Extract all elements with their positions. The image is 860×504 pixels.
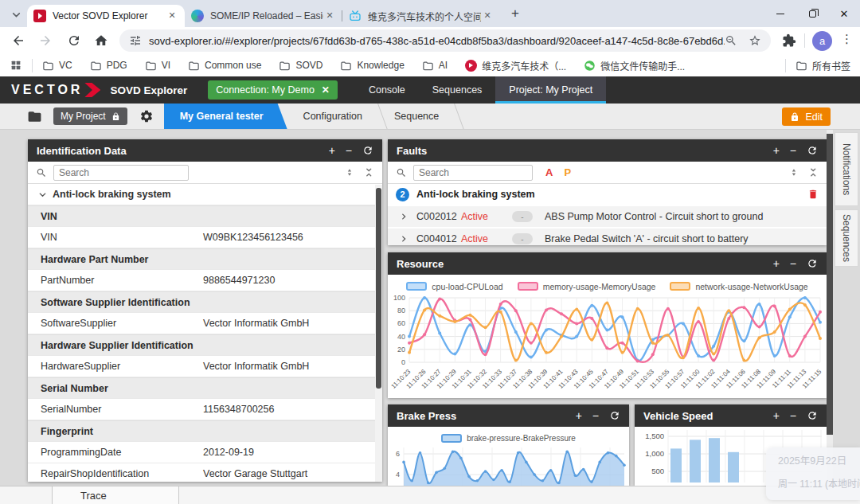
bookmark-sovd[interactable]: SOVD [279,60,322,72]
fault-row-C002012[interactable]: C002012Active-ABS Pump Motor Control - C… [388,206,827,227]
legend-item[interactable]: network-usage-NetworkUsage [670,282,807,291]
chevron-right-icon[interactable] [400,235,408,243]
filter-active-toggle[interactable]: A [545,166,553,178]
extensions-icon[interactable] [782,33,796,48]
site-settings-icon[interactable] [129,34,142,47]
legend-item[interactable]: cpu-load-CPULoad [406,282,502,291]
identification-data-row[interactable]: PartNumber9886544971230 [28,270,382,291]
panel-refresh-icon[interactable] [807,145,818,156]
home-icon[interactable] [94,33,108,48]
browser-tab-2[interactable]: SOME/IP Reloaded – Easier T✕ [185,5,342,27]
identification-group-row: VIN [28,205,382,227]
side-tab-sequences[interactable]: Sequences [835,209,858,267]
filter-pending-toggle[interactable]: P [564,166,571,178]
back-icon[interactable] [11,33,25,48]
connection-button[interactable]: Connection: My Demo ✕ [208,80,338,100]
open-project-folder-icon[interactable] [27,109,42,124]
browser-tab-3[interactable]: 维克多汽车技术的个人空间-维✕ [342,5,500,27]
side-tab-notifications[interactable]: Notifications [835,132,858,206]
bookmark-star-icon[interactable] [749,34,761,47]
tab-close-icon[interactable]: ✕ [323,10,336,22]
fault-group-row[interactable]: 2 Anti-lock braking system [388,184,827,205]
window-controls: ✕ [764,0,860,27]
new-tab-button[interactable]: + [505,3,526,24]
tab-search-button[interactable] [6,5,25,24]
project-chip[interactable]: My Project [53,107,127,125]
chevron-right-icon[interactable] [400,213,408,221]
collapse-all-icon[interactable] [364,167,374,178]
main-scrollbar-thumb[interactable] [827,134,833,435]
bookmark-vector-site[interactable]: 维克多汽车技术（... [465,59,566,72]
tree-node-abs[interactable]: Anti-lock braking system [28,184,382,205]
panel-minimize-icon[interactable]: − [790,145,796,156]
identification-search-input[interactable] [53,165,189,181]
panel-add-icon[interactable]: + [329,145,335,156]
tab-close-icon[interactable]: ✕ [166,10,178,22]
apps-grid-icon[interactable] [10,59,22,72]
browser-tab-1[interactable]: Vector SOVD Explorer✕ [27,5,185,27]
panel-refresh-icon[interactable] [807,410,818,421]
identification-data-row[interactable]: VINW09BK123456123456 [28,227,382,248]
tab-configuration[interactable]: Configuration [287,104,378,129]
window-close-button[interactable]: ✕ [828,0,860,27]
bookmark-ai[interactable]: AI [422,60,448,72]
tab-sequence[interactable]: Sequence [378,104,455,129]
all-bookmarks-button[interactable]: 所有书签 [796,59,850,72]
identification-data-row[interactable]: RepairShopIdentificationVector Garage St… [28,463,382,482]
tab-title: Vector SOVD Explorer [53,10,166,21]
data-key: RepairShopIdentification [41,468,203,479]
panel-scrollbar[interactable] [375,185,382,482]
forward-icon[interactable] [38,33,53,48]
sort-icon[interactable] [345,167,355,178]
url-bar[interactable]: sovd-explorer.io/#/explorer/projects/67f… [119,29,771,52]
tab-my-general-tester[interactable]: My General tester [164,104,287,129]
sort-icon[interactable] [789,167,799,178]
faults-search-input[interactable] [413,165,533,181]
project-settings-gear-icon[interactable] [139,109,154,123]
nav-console[interactable]: Console [355,76,419,104]
nav-project[interactable]: Project: My Project [495,76,606,104]
bookmark-wechat[interactable]: 微信文件传输助手... [584,59,685,72]
panel-refresh-icon[interactable] [362,145,373,156]
identification-data-row[interactable]: HardwareSupplierVector Informatik GmbH [28,356,382,377]
collapse-all-icon[interactable] [808,167,819,178]
panel-refresh-icon[interactable] [609,410,620,421]
panel-refresh-icon[interactable] [807,258,818,269]
trace-tab[interactable]: Trace [52,486,179,504]
bookmark-pdg[interactable]: PDG [90,60,127,72]
tab-close-icon[interactable]: ✕ [481,10,494,22]
panel-minimize-icon[interactable]: − [592,410,599,421]
panel-minimize-icon[interactable]: − [346,145,352,156]
browser-menu-icon[interactable]: ⋮ [841,32,853,46]
zoom-out-icon[interactable] [725,34,737,47]
main-scrollbar[interactable] [827,130,833,486]
minimize-button[interactable] [764,0,796,27]
url-text[interactable]: sovd-explorer.io/#/explorer/projects/67f… [149,35,725,47]
fault-row-C004012[interactable]: C004012Active-Brake Pedal Switch 'A' - c… [388,229,827,245]
panel-add-icon[interactable]: + [773,145,780,156]
panel-add-icon[interactable]: + [773,258,780,269]
profile-avatar[interactable]: a [812,31,832,51]
restore-button[interactable] [796,0,828,27]
connection-close-icon[interactable]: ✕ [322,84,330,96]
panel-add-icon[interactable]: + [773,410,780,421]
panel-minimize-icon[interactable]: − [790,258,796,269]
panel-scrollbar-thumb[interactable] [376,188,381,389]
edit-button[interactable]: Edit [782,107,831,126]
fault-status: Active [461,233,499,244]
identification-data-row[interactable]: ProgrammingDate2012-09-19 [28,442,382,463]
panel-minimize-icon[interactable]: − [790,410,796,421]
panel-add-icon[interactable]: + [576,410,582,421]
legend-item[interactable]: brake-pressure-BrakePressure [441,434,576,443]
nav-sequences[interactable]: Sequences [419,76,496,104]
bilibili-favicon [349,10,362,22]
trash-icon[interactable] [807,189,819,200]
identification-data-row[interactable]: SoftwareSupplierVector Informatik GmbH [28,313,382,334]
bookmark-common-use[interactable]: Common use [188,60,261,72]
bookmark-knowledge[interactable]: Knowledge [340,60,404,72]
reload-icon[interactable] [67,33,81,48]
bookmark-vi[interactable]: VI [145,60,170,72]
identification-data-row[interactable]: SerialNumber1156348700256 [28,399,382,420]
legend-item[interactable]: memory-usage-MemoryUsage [518,282,656,291]
bookmark-vc[interactable]: VC [42,60,72,72]
